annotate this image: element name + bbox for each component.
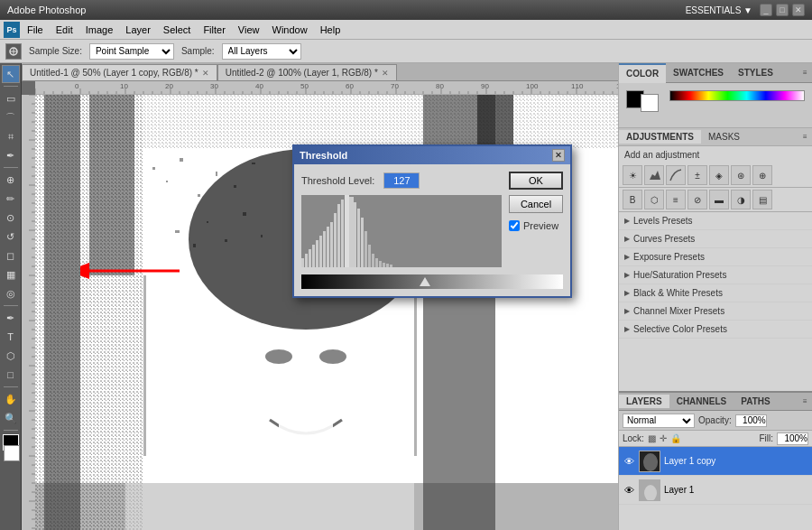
lock-label: Lock: — [623, 433, 644, 443]
adj-brightness-icon[interactable]: ☀ — [623, 165, 642, 185]
slider-handle[interactable] — [420, 277, 430, 286]
tab-close-2[interactable]: ✕ — [382, 69, 389, 78]
menu-select[interactable]: Select — [158, 23, 197, 37]
restore-button[interactable]: □ — [776, 4, 789, 16]
lock-pixel-icon[interactable]: ▩ — [648, 433, 656, 443]
svg-rect-24 — [252, 163, 255, 164]
adj-bw-icon[interactable]: B — [623, 190, 642, 209]
color-panel-menu[interactable]: ≡ — [803, 69, 812, 78]
sample-select[interactable]: All Layers Current Layer — [222, 43, 301, 60]
clone-tool[interactable]: ⊙ — [2, 209, 20, 227]
color-spectrum-bar[interactable] — [669, 90, 805, 101]
essentials-label[interactable]: ESSENTIALS ▼ — [686, 5, 752, 15]
threshold-level-input[interactable] — [383, 172, 420, 189]
lock-all-icon[interactable]: 🔒 — [670, 433, 681, 443]
layer-item-base[interactable]: 👁 Layer 1 — [619, 476, 812, 505]
background-color[interactable] — [4, 445, 20, 461]
zoom-tool[interactable]: 🔍 — [2, 409, 20, 427]
tab-layers[interactable]: LAYERS — [619, 395, 669, 408]
tab-untitled-2[interactable]: Untitled-2 @ 100% (Layer 1, RGB/8) * ✕ — [217, 64, 397, 80]
preset-channel-mixer[interactable]: ▶ Channel Mixer Presets — [619, 302, 812, 321]
tab-styles[interactable]: STYLES — [731, 63, 780, 83]
tab-color[interactable]: COLOR — [619, 63, 666, 83]
tab-masks[interactable]: MASKS — [701, 130, 747, 144]
move-tool[interactable]: ↖ — [2, 65, 20, 83]
background-swatch[interactable] — [641, 94, 659, 112]
eraser-tool[interactable]: ◻ — [2, 246, 20, 265]
layer-copy-visibility[interactable]: 👁 — [623, 455, 635, 468]
preset-levels[interactable]: ▶ Levels Presets — [619, 212, 812, 230]
healing-tool[interactable]: ⊕ — [2, 171, 20, 189]
dialog-close-button[interactable]: ✕ — [552, 149, 565, 162]
ok-button[interactable]: OK — [509, 172, 563, 190]
fill-input[interactable] — [777, 432, 808, 445]
type-tool[interactable]: T — [2, 328, 20, 346]
sample-size-select[interactable]: Point Sample 3 by 3 Average 5 by 5 Avera… — [89, 43, 174, 60]
marquee-tool[interactable]: ▭ — [2, 89, 20, 107]
menu-image[interactable]: Image — [80, 23, 119, 37]
svg-rect-66 — [375, 258, 378, 267]
history-tool[interactable]: ↺ — [2, 228, 20, 246]
menu-edit[interactable]: Edit — [51, 23, 78, 37]
preset-bw[interactable]: ▶ Black & White Presets — [619, 284, 812, 302]
blend-mode-select[interactable]: Normal Multiply Screen — [623, 414, 695, 428]
lock-move-icon[interactable]: ✛ — [660, 433, 667, 443]
pen-tool[interactable]: ✒ — [2, 309, 20, 327]
adj-posterize-icon[interactable]: ▬ — [709, 190, 729, 209]
eyedropper-tool[interactable]: ✒ — [2, 146, 20, 164]
brush-tool[interactable]: ✏ — [2, 190, 20, 208]
path-tool[interactable]: ⬡ — [2, 347, 20, 365]
tab-paths[interactable]: PATHS — [734, 395, 777, 408]
adj-vibrance-icon[interactable]: ◈ — [709, 165, 729, 185]
crop-tool[interactable]: ⌗ — [2, 127, 20, 145]
lasso-tool[interactable]: ⌒ — [2, 108, 20, 126]
svg-rect-58 — [345, 195, 349, 267]
preview-checkbox[interactable] — [509, 220, 520, 231]
menu-help[interactable]: Help — [315, 23, 346, 37]
tab-swatches[interactable]: SWATCHES — [666, 63, 731, 83]
menu-file[interactable]: File — [22, 23, 49, 37]
layer-base-visibility[interactable]: 👁 — [623, 484, 635, 497]
cancel-button[interactable]: Cancel — [509, 195, 563, 213]
tab-close-1[interactable]: ✕ — [202, 69, 209, 78]
svg-rect-60 — [354, 202, 356, 267]
eyedropper-tool-icon[interactable] — [5, 43, 22, 60]
minimize-button[interactable]: _ — [760, 4, 772, 16]
menu-layer[interactable]: Layer — [120, 23, 156, 37]
histogram-slider[interactable] — [301, 274, 563, 289]
title-bar: Adobe Photoshop ESSENTIALS ▼ _ □ ✕ — [0, 0, 812, 20]
color-panel-body — [619, 83, 812, 128]
opacity-input[interactable] — [735, 414, 767, 427]
tab-adjustments[interactable]: ADJUSTMENTS — [619, 130, 701, 144]
hand-tool[interactable]: ✋ — [2, 390, 20, 408]
preset-bw-arrow: ▶ — [624, 289, 630, 297]
preset-exposure[interactable]: ▶ Exposure Presets — [619, 248, 812, 266]
preset-curves[interactable]: ▶ Curves Presets — [619, 230, 812, 248]
preset-hsl[interactable]: ▶ Hue/Saturation Presets — [619, 266, 812, 284]
adj-exposure-icon[interactable]: ± — [687, 165, 707, 185]
close-button[interactable]: ✕ — [792, 4, 805, 16]
menu-filter[interactable]: Filter — [198, 23, 230, 37]
blur-tool[interactable]: ◎ — [2, 284, 20, 302]
adj-photofilt-icon[interactable]: ⬡ — [644, 190, 664, 209]
tab-untitled-1[interactable]: Untitled-1 @ 50% (Layer 1 copy, RGB/8) *… — [22, 64, 217, 80]
adj-threshold-icon[interactable]: ◑ — [731, 190, 751, 209]
adj-invert-icon[interactable]: ⊘ — [687, 190, 707, 209]
layers-panel-menu[interactable]: ≡ — [803, 397, 812, 406]
adj-panel-menu[interactable]: ≡ — [803, 133, 812, 142]
layer-item-copy[interactable]: 👁 Layer 1 copy — [619, 447, 812, 476]
preset-selective-color[interactable]: ▶ Selective Color Presets — [619, 321, 812, 339]
adj-gradient-icon[interactable]: ▤ — [752, 190, 772, 209]
adj-hsl-icon[interactable]: ⊛ — [731, 165, 751, 185]
adj-levels-icon[interactable] — [644, 165, 664, 185]
dialog-title-bar[interactable]: Threshold ✕ — [294, 146, 570, 164]
adj-curves-icon[interactable] — [666, 165, 686, 185]
menu-window[interactable]: Window — [267, 23, 313, 37]
shape-tool[interactable]: □ — [2, 366, 20, 384]
adj-channelmix-icon[interactable]: ≡ — [666, 190, 686, 209]
menu-view[interactable]: View — [233, 23, 265, 37]
adj-colorbalance-icon[interactable]: ⊕ — [752, 165, 772, 185]
svg-rect-52 — [323, 231, 326, 267]
gradient-tool[interactable]: ▦ — [2, 265, 20, 284]
tab-channels[interactable]: CHANNELS — [669, 395, 734, 408]
